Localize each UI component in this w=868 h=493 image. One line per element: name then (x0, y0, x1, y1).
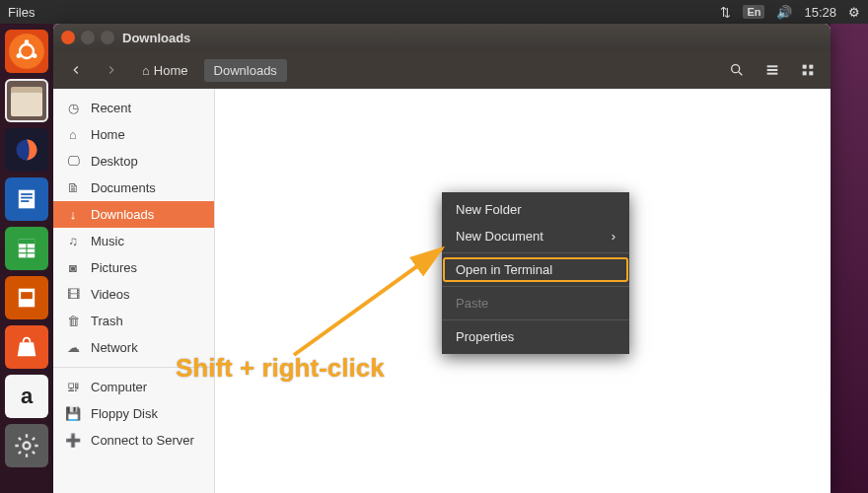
sidebar-item-videos[interactable]: 🎞Videos (53, 281, 214, 308)
sidebar-item-home[interactable]: ⌂Home (53, 121, 214, 148)
libreoffice-writer-launcher-icon[interactable] (5, 177, 48, 221)
downloads-icon: ↓ (65, 207, 81, 222)
sidebar-item-label: Trash (91, 314, 123, 328)
libreoffice-calc-launcher-icon[interactable] (5, 227, 48, 270)
places-sidebar: ◷Recent⌂Home🖵Desktop🗎Documents↓Downloads… (53, 89, 215, 493)
sidebar-item-recent[interactable]: ◷Recent (53, 95, 214, 121)
network-indicator-icon[interactable]: ⇅ (720, 5, 731, 20)
sidebar-item-label: Network (91, 340, 138, 355)
files-launcher-icon[interactable] (5, 79, 48, 122)
sidebar-item-label: Pictures (91, 260, 137, 275)
sidebar-item-label: Music (91, 234, 124, 248)
home-icon: ⌂ (142, 63, 150, 78)
sidebar-item-pictures[interactable]: ◙Pictures (53, 254, 214, 281)
svg-rect-19 (767, 65, 778, 67)
nav-back-button[interactable] (61, 56, 91, 84)
svg-rect-25 (809, 71, 813, 75)
home-icon: ⌂ (65, 127, 81, 142)
window-maximize-button[interactable] (101, 31, 114, 44)
svg-rect-8 (21, 200, 29, 202)
sidebar-item-label: Recent (91, 101, 131, 115)
floppy-icon: 💾 (65, 406, 81, 421)
ctx-new-document[interactable]: New Document› (442, 223, 629, 249)
svg-point-0 (20, 44, 34, 58)
sidebar-item-documents[interactable]: 🗎Documents (53, 175, 214, 201)
videos-icon: 🎞 (65, 287, 81, 302)
nav-forward-button[interactable] (97, 56, 126, 84)
system-tray: ⇅ En 🔊 15:28 ⚙ (720, 5, 860, 20)
svg-rect-5 (19, 190, 35, 209)
computer-icon: 🖳 (65, 380, 81, 394)
svg-rect-10 (19, 240, 35, 245)
active-app-label: Files (8, 5, 35, 20)
list-view-button[interactable] (758, 56, 787, 84)
chevron-right-icon: › (612, 229, 615, 244)
gear-icon[interactable]: ⚙ (848, 5, 860, 20)
top-panel: Files ⇅ En 🔊 15:28 ⚙ (0, 0, 868, 24)
firefox-launcher-icon[interactable] (5, 128, 48, 172)
svg-point-2 (33, 53, 37, 58)
pictures-icon: ◙ (65, 260, 81, 275)
sidebar-item-network[interactable]: ☁Network (53, 334, 214, 361)
keyboard-layout-indicator[interactable]: En (743, 5, 764, 19)
clock[interactable]: 15:28 (804, 5, 836, 20)
sidebar-item-label: Floppy Disk (91, 406, 158, 421)
sidebar-item-floppy-disk[interactable]: 💾Floppy Disk (53, 400, 214, 427)
software-center-launcher-icon[interactable] (5, 325, 48, 369)
trash-icon: 🗑 (65, 314, 81, 328)
libreoffice-impress-launcher-icon[interactable] (5, 276, 48, 319)
sidebar-item-label: Videos (91, 287, 130, 302)
ctx-properties[interactable]: Properties (442, 323, 629, 350)
network-icon: ☁ (65, 340, 81, 355)
desktop-icon: 🖵 (65, 154, 81, 169)
search-button[interactable] (722, 56, 752, 84)
grid-view-button[interactable] (793, 56, 823, 84)
sidebar-item-computer[interactable]: 🖳Computer (53, 374, 214, 400)
sidebar-item-label: Connect to Server (91, 433, 194, 448)
svg-rect-21 (767, 73, 778, 75)
launcher-dock: a (0, 24, 53, 493)
svg-rect-6 (21, 193, 33, 195)
sidebar-item-label: Home (91, 127, 125, 142)
dash-button[interactable] (5, 30, 48, 73)
svg-rect-7 (21, 197, 33, 199)
sidebar-item-music[interactable]: ♫Music (53, 228, 214, 254)
svg-point-1 (25, 39, 30, 44)
window-minimize-button[interactable] (81, 31, 95, 44)
svg-line-18 (739, 72, 742, 75)
svg-rect-22 (803, 65, 807, 69)
folder-content-area[interactable]: New Folder New Document› Open in Termina… (215, 89, 831, 493)
clock-icon: ◷ (65, 101, 81, 115)
sidebar-item-connect-to-server[interactable]: ➕Connect to Server (53, 427, 214, 454)
sidebar-item-trash[interactable]: 🗑Trash (53, 308, 214, 334)
svg-point-16 (24, 443, 31, 450)
file-manager-window: Downloads ⌂ Home Downloads ◷Recent⌂Home🖵… (53, 24, 831, 493)
window-title: Downloads (122, 31, 190, 45)
connect-icon: ➕ (65, 433, 81, 448)
sidebar-item-downloads[interactable]: ↓Downloads (53, 201, 214, 228)
amazon-launcher-icon[interactable]: a (5, 375, 48, 418)
context-menu: New Folder New Document› Open in Termina… (442, 192, 629, 354)
svg-rect-20 (767, 69, 778, 71)
toolbar: ⌂ Home Downloads (53, 51, 831, 89)
volume-icon[interactable]: 🔊 (776, 5, 792, 20)
ctx-paste: Paste (442, 290, 629, 317)
window-close-button[interactable] (61, 31, 75, 44)
sidebar-item-label: Desktop (91, 154, 138, 169)
window-titlebar[interactable]: Downloads (53, 24, 831, 51)
sidebar-item-desktop[interactable]: 🖵Desktop (53, 148, 214, 175)
svg-rect-15 (21, 292, 33, 299)
svg-rect-24 (803, 71, 807, 75)
breadcrumb-current[interactable]: Downloads (204, 59, 287, 82)
settings-launcher-icon[interactable] (5, 424, 48, 467)
svg-rect-23 (809, 65, 813, 69)
ctx-new-folder[interactable]: New Folder (442, 196, 629, 223)
music-icon: ♫ (65, 234, 81, 248)
breadcrumb-home[interactable]: ⌂ Home (132, 59, 198, 82)
sidebar-item-label: Computer (91, 380, 147, 394)
svg-point-17 (732, 65, 740, 73)
documents-icon: 🗎 (65, 180, 81, 195)
sidebar-item-label: Documents (91, 180, 156, 195)
ctx-open-in-terminal[interactable]: Open in Terminal (442, 256, 629, 283)
sidebar-item-label: Downloads (91, 207, 154, 222)
